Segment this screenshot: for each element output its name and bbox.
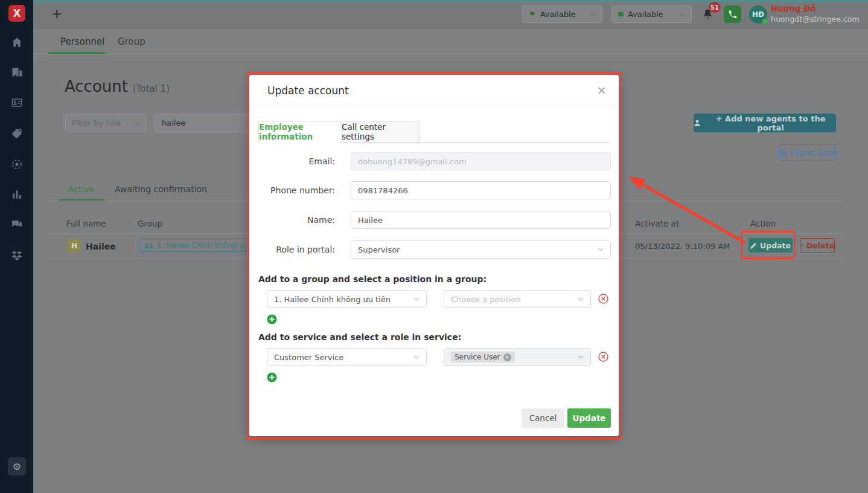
service-section-label: Add to service and select a role in serv… (258, 332, 461, 342)
tag-remove-icon[interactable]: × (503, 353, 511, 361)
notification-count-badge: 51 (709, 2, 721, 13)
service-role-tag: Service User × (451, 352, 515, 362)
chevron-down-icon (133, 121, 139, 125)
add-service-row-button[interactable] (267, 372, 277, 382)
topbar-accent-strip (33, 0, 868, 2)
update-button[interactable]: Update (567, 408, 611, 428)
chevron-down-icon (413, 355, 420, 359)
service-role-multiselect[interactable]: Service User × (444, 348, 591, 366)
user-info[interactable]: Hương Đỗ huongdt@stringee.com (771, 4, 860, 24)
tab-group[interactable]: Group (118, 36, 145, 47)
page-title-text: Account (65, 77, 128, 95)
remove-group-button[interactable] (598, 294, 608, 304)
email-label: Email: (255, 152, 335, 170)
chevron-down-icon (598, 248, 604, 251)
add-circle-icon (267, 372, 277, 382)
phone-field[interactable] (351, 181, 611, 199)
col-header-activate-at: Activate at (635, 219, 679, 228)
document-icon (780, 149, 787, 157)
notifications-button[interactable]: 51 (701, 7, 718, 25)
service-role-tag-label: Service User (455, 353, 500, 361)
close-icon[interactable]: × (596, 83, 607, 97)
app-logo[interactable]: X (8, 5, 25, 22)
group-select-value: 1. Hailee Chính không ưu tiên (274, 295, 391, 304)
add-circle-icon (267, 314, 277, 324)
name-field[interactable] (351, 211, 611, 229)
box-icon (11, 250, 23, 262)
modal-tab-employee-information[interactable]: Employee information (258, 121, 342, 143)
row-delete-label: Delete (806, 241, 834, 250)
row-avatar: H (68, 239, 81, 253)
online-status-dot (762, 19, 768, 24)
sidebar-item-company[interactable] (0, 61, 33, 83)
chevron-down-icon (413, 297, 420, 301)
user-name: Hương Đỗ (771, 4, 860, 14)
sidebar-item-home[interactable] (0, 31, 33, 53)
row-full-name: Hailee (86, 242, 116, 251)
sidebar-item-tags[interactable] (0, 123, 33, 144)
contact-card-icon (11, 97, 23, 109)
tab-active-accounts[interactable]: Active (68, 184, 94, 194)
sidebar-item-chats[interactable] (0, 214, 33, 236)
modal-tab-call-center-settings[interactable]: Call center settings (342, 121, 420, 143)
tag-icon (11, 127, 23, 140)
sidebar-item-target[interactable] (0, 153, 33, 175)
chevron-down-icon (679, 13, 685, 16)
add-agents-label: + Add new agents to the portal (705, 114, 836, 132)
service-select[interactable]: Customer Service (267, 348, 427, 366)
group-select[interactable]: 1. Hailee Chính không ưu tiên (267, 290, 427, 308)
filter-role-placeholder: Filter by role (72, 118, 121, 127)
role-in-portal-label: Role in portal: (255, 240, 335, 259)
status-flag-value: Available (540, 10, 576, 19)
modal-header: Update account × (249, 75, 619, 106)
page-title: Account(Total 1) (65, 77, 170, 95)
new-tab-button[interactable]: + (51, 5, 62, 22)
sidebar: X ⚙ (0, 0, 33, 493)
presence-value: Available (628, 10, 663, 19)
position-select[interactable]: Choose a position (444, 290, 591, 308)
avatar-initials: HĐ (752, 10, 764, 19)
total-count: (Total 1) (133, 83, 170, 94)
role-in-portal-value: Supervisor (358, 245, 400, 254)
tab-personnel[interactable]: Personnel (60, 36, 104, 47)
row-update-label: Update (760, 241, 791, 250)
user-avatar[interactable]: HĐ (749, 5, 767, 24)
tab-awaiting-confirmation[interactable]: Awaiting confirmation (115, 184, 207, 194)
user-email: huongdt@stringee.com (771, 14, 860, 24)
remove-service-button[interactable] (598, 352, 608, 362)
people-icon (144, 242, 153, 249)
secondary-nav: Personnel Group (33, 29, 868, 54)
cancel-button[interactable]: Cancel (522, 408, 564, 428)
row-delete-button[interactable]: Delete (800, 238, 835, 253)
chevron-down-icon (578, 297, 584, 301)
call-button[interactable] (724, 5, 741, 23)
home-icon (11, 36, 23, 48)
status-flag-select[interactable]: ⚑ Available (522, 5, 602, 23)
export-data-button[interactable]: Export data (779, 144, 836, 161)
row-group-label: 1. Hailee Chính không ưu tiên (157, 241, 264, 250)
add-agents-button[interactable]: + Add new agents to the portal (694, 114, 836, 132)
sidebar-item-products[interactable] (0, 245, 33, 266)
presence-select[interactable]: Available (611, 5, 692, 23)
name-label: Name: (255, 211, 335, 229)
topbar: + ⚑ Available Available 51 HĐ Hương Đỗ h… (33, 0, 868, 29)
col-header-action: Action (750, 219, 776, 228)
target-icon (11, 158, 23, 170)
role-in-portal-select[interactable]: Supervisor (351, 240, 611, 259)
add-group-row-button[interactable] (267, 314, 277, 324)
chat-icon (11, 219, 23, 231)
sidebar-item-reports[interactable] (0, 184, 33, 205)
remove-circle-icon (598, 352, 608, 362)
search-input[interactable] (154, 114, 252, 132)
active-tab-underline (48, 52, 106, 54)
app: X ⚙ + ⚑ Available (0, 0, 868, 493)
chevron-down-icon (590, 13, 596, 16)
remove-circle-icon (598, 294, 608, 304)
filter-by-role-select[interactable]: Filter by role (65, 114, 146, 132)
col-header-full-name: Full name (66, 219, 106, 228)
sidebar-item-settings[interactable]: ⚙ (8, 457, 26, 475)
row-update-button[interactable]: Update (748, 238, 793, 253)
export-data-label: Export data (790, 148, 834, 157)
sidebar-item-contacts[interactable] (0, 92, 33, 114)
email-field (351, 152, 611, 170)
